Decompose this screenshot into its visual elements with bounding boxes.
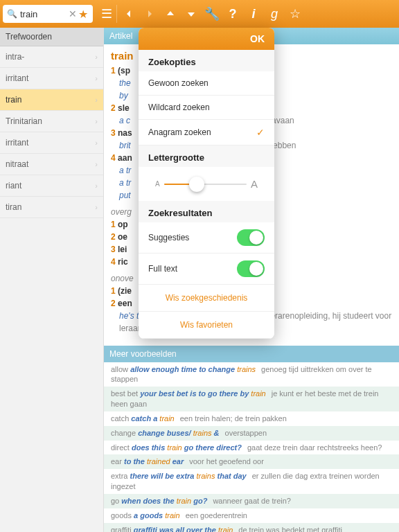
back-button[interactable] (118, 3, 139, 24)
example-row: catch catch a traineen trein halen; de t… (104, 411, 399, 426)
section-lettergrootte: Lettergrootte (139, 145, 274, 167)
chevron-right-icon: › (95, 117, 98, 125)
chevron-right-icon: › (95, 74, 98, 82)
clear-favorites-button[interactable]: Wis favorieten (139, 312, 274, 339)
sidebar-item-irritant2[interactable]: irritant› (0, 132, 103, 154)
sidebar-item-nitraat[interactable]: nitraat› (0, 154, 103, 175)
chevron-right-icon: › (95, 203, 98, 211)
toggle-suggesties[interactable]: Suggesties (139, 222, 274, 254)
example-row: go when does the train go?wanneer gaat d… (104, 494, 399, 508)
settings-trigram-icon[interactable]: ☰ (101, 6, 112, 21)
example-row: best bet your best bet is to go there by… (104, 387, 399, 411)
up-button[interactable] (160, 3, 181, 24)
toggle-switch[interactable] (237, 229, 265, 246)
search-icon: 🔍 (7, 9, 17, 19)
sidebar-header: Trefwoorden (0, 28, 103, 46)
toggle-switch[interactable] (237, 260, 265, 277)
sidebar-item-intra[interactable]: intra-› (0, 46, 103, 68)
search-input[interactable] (20, 9, 69, 19)
chevron-right-icon: › (95, 160, 98, 168)
option-anagram-zoeken[interactable]: Anagram zoeken✓ (139, 120, 274, 145)
example-row: goods a goods traineen goederentrein (104, 508, 399, 523)
toolbar: 🔍 ✕ ★ ☰ 🔧 ? i g ☆ (0, 0, 399, 28)
toggle-fulltext[interactable]: Full text (139, 254, 274, 285)
star-icon[interactable]: ★ (78, 8, 88, 21)
g-button[interactable]: g (264, 3, 285, 24)
chevron-right-icon: › (95, 181, 98, 190)
sidebar-item-trinitarian[interactable]: Trinitarian› (0, 111, 103, 132)
sidebar-item-riant[interactable]: riant› (0, 175, 103, 197)
chevron-right-icon: › (95, 139, 98, 147)
chevron-right-icon: › (95, 96, 98, 104)
forward-button[interactable] (139, 3, 160, 24)
section-zoekresultaten: Zoekresultaten (139, 201, 274, 222)
font-size-slider[interactable]: A A (139, 167, 274, 201)
examples-list: allow allow enough time to change trains… (104, 362, 399, 533)
wrench-button[interactable]: 🔧 (202, 3, 222, 24)
example-row: direct does this train go there direct?g… (104, 441, 399, 455)
example-row: graffiti graffiti was all over the train… (104, 523, 399, 532)
section-zoekopties: Zoekopties (139, 50, 274, 71)
big-a-icon: A (251, 178, 258, 190)
examples-header: Meer voorbeelden (104, 346, 399, 362)
option-gewoon-zoeken[interactable]: Gewoon zoeken (139, 71, 274, 96)
example-row: allow allow enough time to change trains… (104, 362, 399, 387)
clear-icon[interactable]: ✕ (69, 8, 77, 19)
chevron-right-icon: › (95, 53, 98, 61)
sidebar-item-irritant[interactable]: irritant› (0, 68, 103, 89)
option-wildcard-zoeken[interactable]: Wildcard zoeken (139, 96, 274, 120)
example-row: change change buses/ trains &overstappen (104, 426, 399, 441)
sidebar: Trefwoorden intra-› irritant› train› Tri… (0, 28, 104, 532)
info-button[interactable]: i (243, 3, 264, 24)
clear-history-button[interactable]: Wis zoekgeschiedenis (139, 285, 274, 312)
example-row: ear to the trained earvoor het geoefend … (104, 454, 399, 469)
down-button[interactable] (181, 3, 202, 24)
small-a-icon: A (155, 180, 160, 188)
search-box[interactable]: 🔍 ✕ ★ (3, 5, 93, 23)
help-button[interactable]: ? (222, 3, 243, 24)
favorite-button[interactable]: ☆ (285, 3, 305, 24)
sidebar-item-train[interactable]: train› (0, 89, 103, 111)
sidebar-item-tiran[interactable]: tiran› (0, 197, 103, 218)
check-icon: ✓ (256, 127, 265, 138)
popover-ok-button[interactable]: OK (139, 28, 274, 50)
example-row: extra there will be extra trains that da… (104, 469, 399, 494)
settings-popover: OK Zoekopties Gewoon zoeken Wildcard zoe… (139, 28, 274, 339)
